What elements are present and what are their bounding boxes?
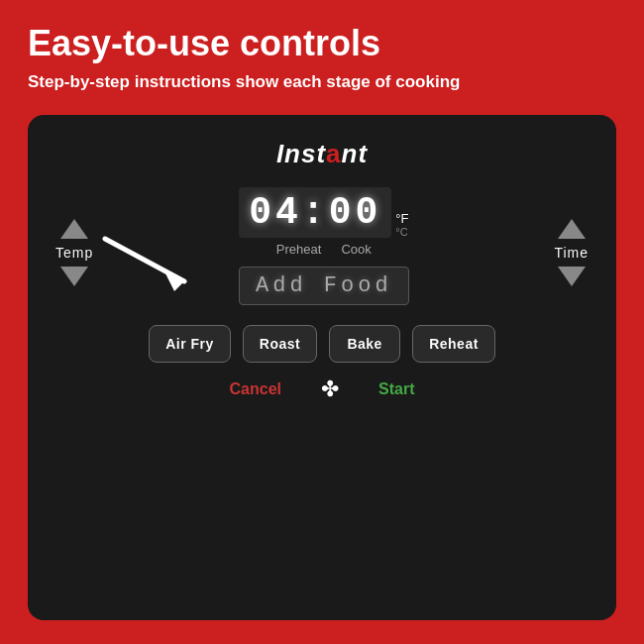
bake-button[interactable]: Bake	[329, 325, 400, 363]
time-display-row: 04:00 °F °C	[239, 187, 408, 238]
svg-line-0	[105, 239, 184, 281]
page-wrapper: Easy-to-use controls Step-by-step instru…	[0, 0, 644, 644]
preheat-label: Preheat	[276, 242, 322, 257]
temp-section: Temp	[55, 219, 93, 286]
time-down-button[interactable]	[558, 267, 586, 286]
start-button[interactable]: Start	[378, 380, 414, 398]
time-label: Time	[554, 245, 589, 261]
temp-label: Temp	[55, 245, 93, 261]
device-panel: Instant Temp 04:00 °F	[28, 115, 616, 620]
arrow-pointer	[95, 234, 204, 293]
air-fry-button[interactable]: Air Fry	[149, 325, 231, 363]
brand-dot: a	[326, 139, 341, 168]
display-area: 04:00 °F °C Preheat Cook Add Food	[239, 187, 409, 319]
unit-c: °C	[395, 226, 407, 238]
light-icon[interactable]: ✤	[321, 376, 339, 402]
stage-labels: Preheat Cook	[276, 242, 372, 257]
time-section: Time	[554, 219, 589, 286]
temp-up-button[interactable]	[60, 219, 88, 239]
time-display: 04:00	[239, 187, 391, 238]
bottom-controls: Cancel ✤ Start	[230, 376, 415, 402]
function-buttons: Air Fry Roast Bake Reheat	[149, 325, 495, 363]
brand-logo: Instant	[276, 139, 368, 169]
add-food-display: Add Food	[239, 267, 409, 305]
subtitle: Step-by-step instructions show each stag…	[28, 71, 616, 93]
unit-f: °F	[395, 211, 408, 226]
cook-label: Cook	[341, 242, 371, 257]
time-up-button[interactable]	[558, 219, 586, 239]
main-title: Easy-to-use controls	[28, 24, 616, 63]
temp-down-button[interactable]	[60, 267, 88, 286]
cancel-button[interactable]: Cancel	[230, 380, 281, 398]
roast-button[interactable]: Roast	[243, 325, 317, 363]
reheat-button[interactable]: Reheat	[412, 325, 495, 363]
degree-unit: °F °C	[395, 211, 408, 238]
